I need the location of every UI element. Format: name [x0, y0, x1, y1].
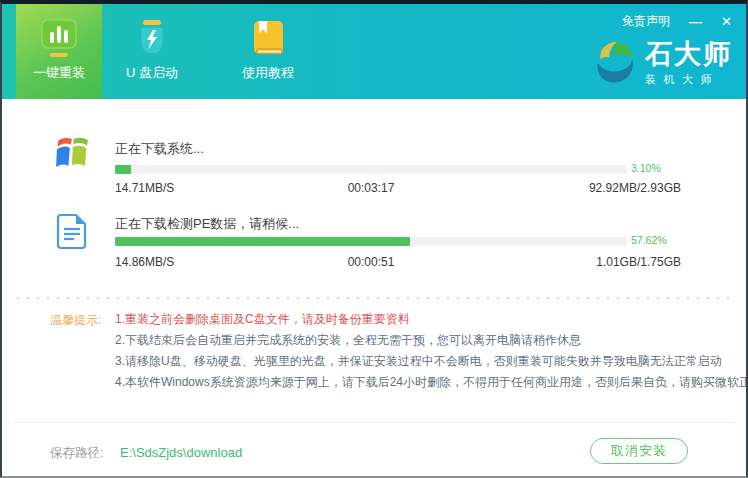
close-button[interactable]: ✕: [721, 14, 732, 29]
windows-logo-icon: [54, 137, 90, 173]
progress-fill: [115, 237, 410, 246]
tab-label-one-key-reinstall: 一键重装: [33, 64, 85, 82]
tip-item: 4.本软件Windows系统资源均来源于网上，请下载后24小时删除，不得用于任何…: [115, 375, 726, 396]
progress-bar-system: [115, 165, 627, 174]
tip-item: 2.下载结束后会自动重启并完成系统的安装，全程无需干预，您可以离开电脑请稍作休息: [115, 333, 726, 354]
brand-logo-icon: [592, 38, 638, 90]
tips-list: 1.重装之前会删除桌面及C盘文件，请及时备份重要资料 2.下载结束后会自动重启并…: [115, 312, 726, 396]
download-size: 92.92MB/2.93GB: [589, 181, 681, 195]
brand: 石大师 装机大师: [592, 38, 732, 90]
tips-label: 温馨提示:: [50, 312, 101, 329]
document-icon: [56, 213, 88, 255]
dotted-divider: [17, 297, 731, 299]
progress-bar-pe-data: [115, 237, 627, 246]
tab-one-key-reinstall[interactable]: 一键重装: [16, 4, 102, 99]
minimize-button[interactable]: —: [689, 14, 702, 29]
progress-fill: [115, 165, 131, 174]
download-title: 正在下载检测PE数据，请稍候...: [115, 215, 299, 233]
tip-item: 1.重装之前会删除桌面及C盘文件，请及时备份重要资料: [115, 312, 726, 333]
tab-usb-boot[interactable]: U 盘启动: [102, 4, 202, 99]
book-icon: [250, 19, 286, 61]
header-bar: 一键重装 U 盘启动 使用教程: [2, 4, 746, 99]
tab-tutorial[interactable]: 使用教程: [216, 4, 320, 99]
bar-chart-icon: [40, 19, 78, 61]
download-title: 正在下载系统...: [115, 140, 204, 158]
tip-item: 3.请移除U盘、移动硬盘、光驱里的光盘，并保证安装过程中不会断电，否则重装可能失…: [115, 354, 726, 375]
installer-window: 一键重装 U 盘启动 使用教程: [0, 0, 748, 478]
cancel-install-button[interactable]: 取消安装: [590, 438, 688, 464]
progress-percent: 57.62%: [631, 234, 667, 246]
brand-subtitle: 装机大师: [645, 72, 719, 87]
tab-label-usb-boot: U 盘启动: [126, 64, 178, 82]
download-size: 1.01GB/1.75GB: [596, 255, 681, 269]
titlebar-controls: 免责声明 — ✕: [622, 13, 732, 30]
progress-percent: 3.10%: [631, 162, 661, 174]
disclaimer-link[interactable]: 免责声明: [622, 13, 670, 30]
brand-name: 石大师: [645, 41, 732, 68]
save-path-value: E:\SdsZjds\download: [120, 445, 242, 460]
save-path-label: 保存路径:: [50, 445, 103, 462]
download-elapsed-time: 00:03:17: [115, 181, 627, 195]
download-elapsed-time: 00:00:51: [115, 255, 627, 269]
usb-drive-icon: [134, 19, 170, 61]
footer-separator: [14, 422, 734, 423]
tab-label-tutorial: 使用教程: [242, 64, 294, 82]
